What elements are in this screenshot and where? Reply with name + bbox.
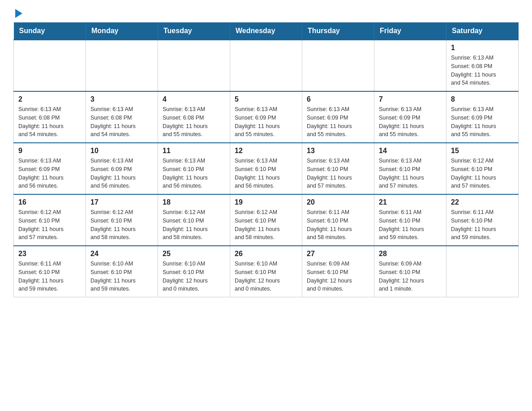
weekday-header-thursday: Thursday: [302, 22, 374, 40]
calendar-cell: 7Sunrise: 6:13 AM Sunset: 6:09 PM Daylig…: [374, 91, 446, 143]
day-number: 4: [163, 95, 225, 103]
week-row-5: 23Sunrise: 6:11 AM Sunset: 6:10 PM Dayli…: [14, 246, 519, 297]
day-number: 27: [307, 250, 369, 258]
calendar-cell: 19Sunrise: 6:12 AM Sunset: 6:10 PM Dayli…: [230, 194, 302, 246]
week-row-4: 16Sunrise: 6:12 AM Sunset: 6:10 PM Dayli…: [14, 194, 519, 246]
day-info: Sunrise: 6:11 AM Sunset: 6:10 PM Dayligh…: [18, 260, 81, 293]
calendar-cell: 21Sunrise: 6:11 AM Sunset: 6:10 PM Dayli…: [374, 194, 446, 246]
calendar-cell: 11Sunrise: 6:13 AM Sunset: 6:10 PM Dayli…: [158, 143, 230, 194]
day-info: Sunrise: 6:13 AM Sunset: 6:08 PM Dayligh…: [90, 105, 153, 139]
calendar-cell: 1Sunrise: 6:13 AM Sunset: 6:08 PM Daylig…: [446, 40, 519, 91]
day-info: Sunrise: 6:13 AM Sunset: 6:08 PM Dayligh…: [451, 54, 514, 87]
weekday-header-tuesday: Tuesday: [158, 22, 230, 40]
calendar-cell: 26Sunrise: 6:10 AM Sunset: 6:10 PM Dayli…: [230, 246, 302, 297]
day-info: Sunrise: 6:10 AM Sunset: 6:10 PM Dayligh…: [235, 260, 297, 293]
day-info: Sunrise: 6:13 AM Sunset: 6:08 PM Dayligh…: [18, 105, 81, 139]
calendar-cell: 20Sunrise: 6:11 AM Sunset: 6:10 PM Dayli…: [302, 194, 374, 246]
weekday-header-saturday: Saturday: [446, 22, 519, 40]
calendar-cell: 14Sunrise: 6:13 AM Sunset: 6:10 PM Dayli…: [374, 143, 446, 194]
day-info: Sunrise: 6:13 AM Sunset: 6:09 PM Dayligh…: [379, 105, 442, 139]
calendar-cell: [158, 40, 230, 91]
calendar-cell: [302, 40, 374, 91]
day-info: Sunrise: 6:12 AM Sunset: 6:10 PM Dayligh…: [451, 157, 514, 190]
day-info: Sunrise: 6:11 AM Sunset: 6:10 PM Dayligh…: [451, 208, 514, 242]
day-number: 24: [90, 250, 153, 258]
day-number: 1: [451, 44, 514, 52]
day-number: 26: [235, 250, 297, 258]
day-number: 2: [18, 95, 81, 103]
calendar-cell: 15Sunrise: 6:12 AM Sunset: 6:10 PM Dayli…: [446, 143, 519, 194]
calendar-cell: 5Sunrise: 6:13 AM Sunset: 6:09 PM Daylig…: [230, 91, 302, 143]
day-info: Sunrise: 6:13 AM Sunset: 6:09 PM Dayligh…: [18, 157, 81, 190]
calendar-header: SundayMondayTuesdayWednesdayThursdayFrid…: [14, 22, 519, 40]
calendar-cell: 2Sunrise: 6:13 AM Sunset: 6:08 PM Daylig…: [14, 91, 86, 143]
day-number: 10: [90, 147, 153, 155]
calendar-table: SundayMondayTuesdayWednesdayThursdayFrid…: [13, 22, 519, 297]
day-number: 28: [379, 250, 442, 258]
day-info: Sunrise: 6:09 AM Sunset: 6:10 PM Dayligh…: [379, 260, 442, 293]
calendar-cell: 4Sunrise: 6:13 AM Sunset: 6:08 PM Daylig…: [158, 91, 230, 143]
calendar-cell: 25Sunrise: 6:10 AM Sunset: 6:10 PM Dayli…: [158, 246, 230, 297]
weekday-header-wednesday: Wednesday: [230, 22, 302, 40]
day-number: 20: [307, 198, 369, 206]
calendar-cell: 27Sunrise: 6:09 AM Sunset: 6:10 PM Dayli…: [302, 246, 374, 297]
day-info: Sunrise: 6:10 AM Sunset: 6:10 PM Dayligh…: [163, 260, 225, 293]
calendar-cell: 16Sunrise: 6:12 AM Sunset: 6:10 PM Dayli…: [14, 194, 86, 246]
day-info: Sunrise: 6:12 AM Sunset: 6:10 PM Dayligh…: [235, 208, 297, 242]
calendar-cell: 8Sunrise: 6:13 AM Sunset: 6:09 PM Daylig…: [446, 91, 519, 143]
calendar-cell: [230, 40, 302, 91]
week-row-3: 9Sunrise: 6:13 AM Sunset: 6:09 PM Daylig…: [14, 143, 519, 194]
calendar-cell: [374, 40, 446, 91]
calendar-cell: 3Sunrise: 6:13 AM Sunset: 6:08 PM Daylig…: [86, 91, 158, 143]
calendar-cell: 23Sunrise: 6:11 AM Sunset: 6:10 PM Dayli…: [14, 246, 86, 297]
day-number: 21: [379, 198, 442, 206]
day-info: Sunrise: 6:13 AM Sunset: 6:10 PM Dayligh…: [163, 157, 225, 190]
logo-triangle-icon: [15, 9, 22, 18]
day-number: 14: [379, 147, 442, 155]
day-info: Sunrise: 6:13 AM Sunset: 6:10 PM Dayligh…: [379, 157, 442, 190]
calendar-cell: [86, 40, 158, 91]
week-row-1: 1Sunrise: 6:13 AM Sunset: 6:08 PM Daylig…: [14, 40, 519, 91]
calendar-cell: 17Sunrise: 6:12 AM Sunset: 6:10 PM Dayli…: [86, 194, 158, 246]
weekday-header-sunday: Sunday: [14, 22, 86, 40]
day-info: Sunrise: 6:09 AM Sunset: 6:10 PM Dayligh…: [307, 260, 369, 293]
day-number: 12: [235, 147, 297, 155]
calendar-cell: 13Sunrise: 6:13 AM Sunset: 6:10 PM Dayli…: [302, 143, 374, 194]
day-info: Sunrise: 6:12 AM Sunset: 6:10 PM Dayligh…: [18, 208, 81, 242]
day-number: 6: [307, 95, 369, 103]
day-number: 13: [307, 147, 369, 155]
calendar-cell: 9Sunrise: 6:13 AM Sunset: 6:09 PM Daylig…: [14, 143, 86, 194]
day-number: 9: [18, 147, 81, 155]
day-number: 17: [90, 198, 153, 206]
calendar-body: 1Sunrise: 6:13 AM Sunset: 6:08 PM Daylig…: [14, 40, 519, 297]
day-info: Sunrise: 6:13 AM Sunset: 6:08 PM Dayligh…: [163, 105, 225, 139]
day-info: Sunrise: 6:10 AM Sunset: 6:10 PM Dayligh…: [90, 260, 153, 293]
day-number: 18: [163, 198, 225, 206]
day-number: 5: [235, 95, 297, 103]
weekday-header-row: SundayMondayTuesdayWednesdayThursdayFrid…: [14, 22, 519, 40]
day-info: Sunrise: 6:13 AM Sunset: 6:09 PM Dayligh…: [307, 105, 369, 139]
day-number: 15: [451, 147, 514, 155]
day-info: Sunrise: 6:12 AM Sunset: 6:10 PM Dayligh…: [163, 208, 225, 242]
day-info: Sunrise: 6:12 AM Sunset: 6:10 PM Dayligh…: [90, 208, 153, 242]
calendar-cell: [14, 40, 86, 91]
day-info: Sunrise: 6:13 AM Sunset: 6:09 PM Dayligh…: [451, 105, 514, 139]
calendar-cell: 6Sunrise: 6:13 AM Sunset: 6:09 PM Daylig…: [302, 91, 374, 143]
logo-general-text: [13, 9, 22, 18]
day-number: 19: [235, 198, 297, 206]
day-info: Sunrise: 6:13 AM Sunset: 6:09 PM Dayligh…: [235, 105, 297, 139]
day-info: Sunrise: 6:13 AM Sunset: 6:10 PM Dayligh…: [235, 157, 297, 190]
weekday-header-friday: Friday: [374, 22, 446, 40]
day-number: 8: [451, 95, 514, 103]
day-number: 25: [163, 250, 225, 258]
week-row-2: 2Sunrise: 6:13 AM Sunset: 6:08 PM Daylig…: [14, 91, 519, 143]
weekday-header-monday: Monday: [86, 22, 158, 40]
day-number: 16: [18, 198, 81, 206]
calendar-cell: 22Sunrise: 6:11 AM Sunset: 6:10 PM Dayli…: [446, 194, 519, 246]
logo: [13, 9, 22, 18]
day-number: 11: [163, 147, 225, 155]
day-info: Sunrise: 6:13 AM Sunset: 6:09 PM Dayligh…: [90, 157, 153, 190]
day-number: 22: [451, 198, 514, 206]
day-number: 3: [90, 95, 153, 103]
page-header: [13, 9, 519, 18]
